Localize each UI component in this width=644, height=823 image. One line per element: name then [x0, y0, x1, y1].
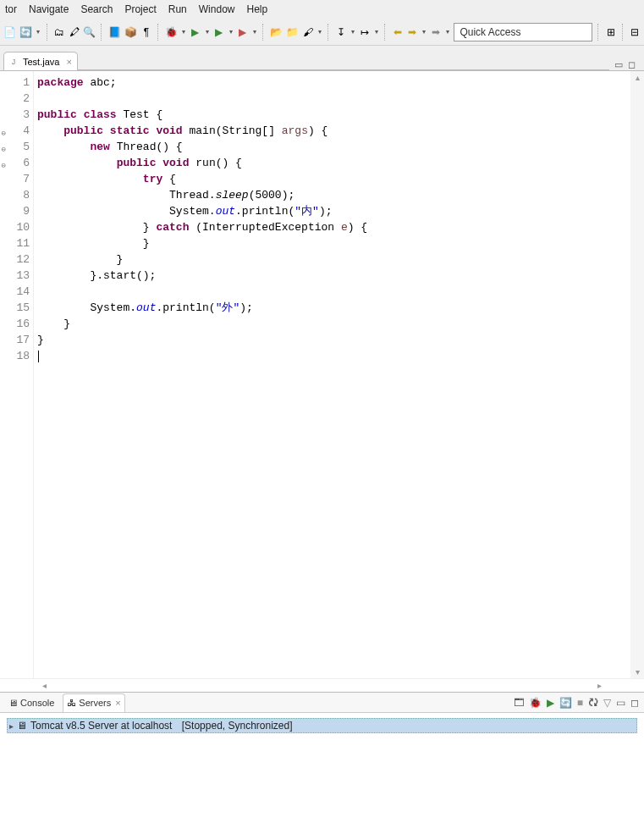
horizontal-scrollbar[interactable]: ◂ ▸ — [0, 678, 644, 692]
maximize-icon[interactable]: ◻ — [628, 59, 636, 70]
highlight-icon[interactable]: 🖍 — [69, 24, 80, 41]
minimize-icon[interactable]: ▭ — [614, 59, 623, 70]
new-package-icon[interactable]: 📦 — [124, 24, 137, 41]
debug-icon[interactable]: 🐞 — [165, 24, 178, 41]
editor-tab[interactable]: J Test.java × — [3, 52, 78, 70]
scroll-down-icon[interactable]: ▾ — [636, 667, 640, 677]
vertical-scrollbar[interactable]: ▴ ▾ — [630, 71, 644, 678]
new-wizard-icon[interactable]: 📄 — [3, 24, 16, 41]
new-folder-icon[interactable]: 📁 — [286, 24, 299, 41]
profile-server-icon[interactable]: 🔄 — [559, 697, 572, 709]
new-class-icon[interactable]: 📘 — [108, 24, 121, 41]
menu-item[interactable]: Window — [199, 3, 235, 15]
debug-server-icon[interactable]: 🐞 — [529, 697, 542, 709]
dropdown-icon[interactable]: ▾ — [252, 28, 258, 36]
perspective-java-icon[interactable]: ⊞ — [605, 24, 616, 41]
close-icon[interactable]: × — [115, 698, 120, 708]
maximize-icon[interactable]: ◻ — [630, 697, 639, 709]
editor-area: 1234⊖5⊖6⊖▲789101112131415161718 package … — [0, 71, 644, 678]
dropdown-icon[interactable]: ▾ — [421, 28, 427, 36]
servers-tab-label: Servers — [79, 698, 111, 708]
editor-tab-label: Test.java — [23, 57, 59, 67]
separator — [597, 24, 600, 41]
console-tab-label: Console — [20, 698, 54, 708]
search-icon[interactable]: 🔍 — [83, 24, 96, 41]
run-server-icon[interactable]: ▶ — [237, 24, 248, 41]
separator — [157, 24, 160, 41]
twisty-icon[interactable]: ▸ — [9, 721, 14, 731]
dropdown-icon[interactable]: ▾ — [373, 28, 379, 36]
publish-server-icon[interactable]: 🗘 — [588, 697, 598, 709]
dropdown-icon[interactable]: ▾ — [36, 28, 41, 36]
separator — [262, 24, 265, 41]
editor-window-controls: ▭ ◻ — [609, 59, 641, 70]
tomcat-server-icon: 🖥 — [17, 720, 27, 732]
separator — [328, 24, 330, 41]
java-file-icon: J — [8, 56, 19, 68]
separator — [47, 24, 49, 41]
menu-item[interactable]: tor — [5, 3, 17, 15]
open-type-icon[interactable]: 🗂 — [54, 24, 65, 41]
close-icon[interactable]: × — [66, 57, 71, 67]
dropdown-icon[interactable]: ▾ — [181, 28, 187, 36]
servers-view[interactable]: ▸ 🖥 Tomcat v8.5 Server at localhost [Sto… — [0, 713, 644, 823]
menu-item[interactable]: Navigate — [29, 3, 69, 15]
quick-access-input[interactable] — [454, 23, 592, 41]
server-row[interactable]: ▸ 🖥 Tomcat v8.5 Server at localhost [Sto… — [7, 718, 637, 733]
new-server-icon[interactable]: 🗔 — [514, 697, 524, 709]
separator — [622, 24, 625, 41]
servers-tab[interactable]: 🖧 Servers × — [63, 693, 124, 712]
forward-icon[interactable]: ➡ — [406, 24, 417, 41]
run-icon[interactable]: ▶ — [190, 24, 201, 41]
code-editor[interactable]: package abc; public class Test { public … — [34, 71, 630, 678]
separator — [101, 24, 103, 41]
scroll-left-icon[interactable]: ◂ — [42, 681, 47, 690]
stop-server-icon[interactable]: ■ — [577, 697, 583, 709]
server-state: [Stopped, Synchronized] — [182, 720, 293, 732]
bottom-tab-bar: 🖥 Console 🖧 Servers × 🗔 🐞 ▶ 🔄 ■ 🗘 ▽ ▭ ◻ — [0, 693, 644, 713]
separator — [384, 24, 387, 41]
servers-toolbar: 🗔 🐞 ▶ 🔄 ■ 🗘 ▽ ▭ ◻ — [514, 697, 639, 709]
main-toolbar: 📄 🔄 ▾ 🗂 🖍 🔍 📘 📦 ¶ 🐞 ▾ ▶ ▾ ▶ ▾ ▶ ▾ 📂 📁 🖌 … — [0, 19, 644, 46]
run-config-icon[interactable]: ▶ — [213, 24, 224, 41]
start-server-icon[interactable]: ▶ — [547, 697, 554, 709]
menu-item[interactable]: Project — [124, 3, 156, 15]
bottom-panel: 🖥 Console 🖧 Servers × 🗔 🐞 ▶ 🔄 ■ 🗘 ▽ ▭ ◻ … — [0, 692, 644, 823]
perspective-debug-icon[interactable]: ⊟ — [630, 24, 641, 41]
scroll-up-icon[interactable]: ▴ — [636, 73, 640, 82]
menu-item[interactable]: Search — [80, 3, 113, 15]
dropdown-icon[interactable]: ▾ — [228, 28, 234, 36]
dropdown-icon[interactable]: ▾ — [445, 28, 451, 36]
dropdown-icon[interactable]: ▾ — [316, 28, 322, 36]
menu-item[interactable]: Run — [168, 3, 187, 15]
tab-spacer — [78, 52, 609, 70]
servers-icon: 🖧 — [67, 698, 76, 708]
menu-bar: tor Navigate Search Project Run Window H… — [0, 0, 644, 19]
dropdown-icon[interactable]: ▾ — [205, 28, 211, 36]
editor-tab-bar: J Test.java × ▭ ◻ — [0, 51, 644, 71]
step-over-icon[interactable]: ↦ — [359, 24, 370, 41]
step-into-icon[interactable]: ↧ — [335, 24, 346, 41]
open-folder-icon[interactable]: 📂 — [270, 24, 283, 41]
refresh-icon[interactable]: 🔄 — [19, 24, 32, 41]
view-menu-icon[interactable]: ▽ — [603, 697, 611, 709]
line-number-gutter: 1234⊖5⊖6⊖▲789101112131415161718 — [0, 71, 34, 678]
menu-item[interactable]: Help — [246, 3, 267, 15]
dropdown-icon[interactable]: ▾ — [350, 28, 355, 36]
paragraph-icon[interactable]: ¶ — [140, 24, 151, 41]
minimize-icon[interactable]: ▭ — [616, 697, 625, 709]
scroll-right-icon[interactable]: ▸ — [597, 681, 602, 690]
server-label: Tomcat v8.5 Server at localhost — [30, 720, 172, 732]
back-icon[interactable]: ⬅ — [392, 24, 403, 41]
next-icon[interactable]: ➡ — [430, 24, 441, 41]
brush-icon[interactable]: 🖌 — [302, 24, 313, 41]
console-icon: 🖥 — [8, 698, 18, 708]
console-tab[interactable]: 🖥 Console — [5, 693, 58, 712]
